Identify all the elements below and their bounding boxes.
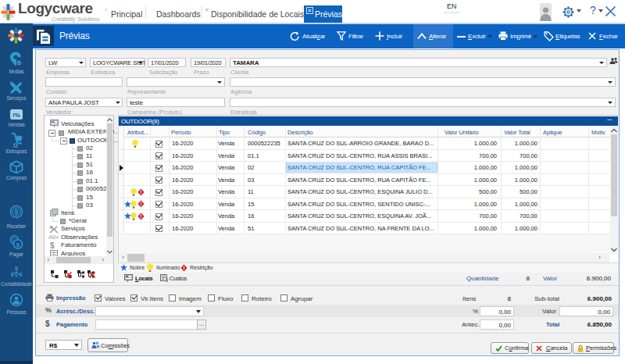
svg-text:s: s [20,270,22,275]
svg-text:$: $ [15,265,19,272]
svg-text:$: $ [14,208,18,216]
svg-text:!%: !% [12,112,20,119]
svg-text:$: $ [16,241,20,248]
svg-text:s: s [12,270,14,275]
